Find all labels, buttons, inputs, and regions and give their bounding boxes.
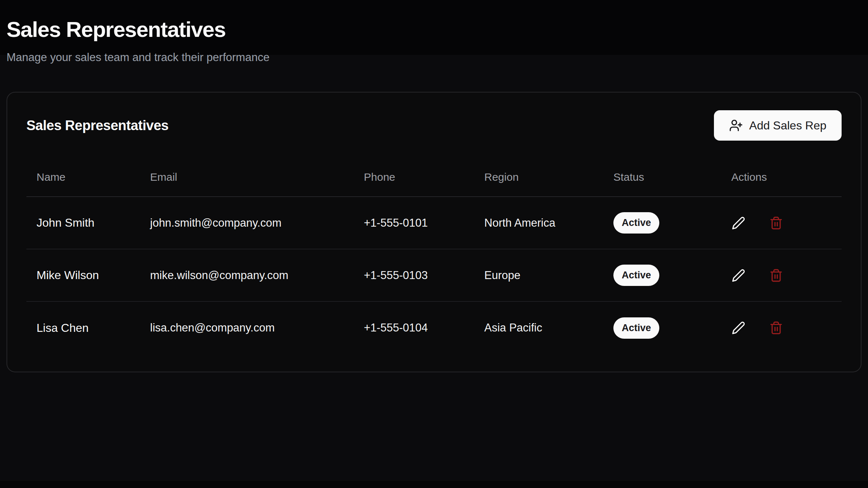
column-header-actions: Actions — [721, 161, 842, 197]
cell-name: Lisa Chen — [26, 301, 140, 354]
delete-rep-button[interactable] — [769, 268, 783, 283]
cell-region: Asia Pacific — [474, 301, 603, 354]
app-window: Sales Representatives Manage your sales … — [0, 0, 868, 488]
main-content: Sales Representatives Manage your sales … — [0, 0, 868, 372]
cell-region: North America — [474, 197, 603, 249]
sales-reps-card: Sales Representatives Add Sales Rep — [7, 92, 861, 372]
table-row: John Smith john.smith@company.com +1-555… — [26, 197, 842, 249]
delete-rep-button[interactable] — [769, 321, 783, 335]
trash-icon — [769, 321, 783, 335]
page-subtitle: Manage your sales team and track their p… — [7, 51, 861, 64]
add-sales-rep-button[interactable]: Add Sales Rep — [714, 110, 842, 141]
pencil-icon — [732, 321, 745, 335]
cell-actions — [721, 249, 842, 301]
add-sales-rep-label: Add Sales Rep — [749, 119, 826, 132]
cell-name: John Smith — [26, 197, 140, 249]
pencil-icon — [732, 216, 745, 230]
column-header-name: Name — [26, 161, 140, 197]
table-row: Lisa Chen lisa.chen@company.com +1-555-0… — [26, 301, 842, 354]
cell-phone: +1-555-0103 — [354, 249, 474, 301]
table-header: Name Email Phone Region Status Actions — [26, 161, 842, 197]
column-header-status: Status — [603, 161, 721, 197]
cell-phone: +1-555-0104 — [354, 301, 474, 354]
pencil-icon — [732, 269, 745, 282]
edit-rep-button[interactable] — [731, 321, 746, 335]
cell-email: mike.wilson@company.com — [140, 249, 354, 301]
status-badge: Active — [613, 317, 659, 339]
delete-rep-button[interactable] — [769, 216, 783, 230]
cell-name: Mike Wilson — [26, 249, 140, 301]
trash-icon — [769, 269, 783, 282]
table-row: Mike Wilson mike.wilson@company.com +1-5… — [26, 249, 842, 301]
card-header: Sales Representatives Add Sales Rep — [26, 110, 842, 141]
cell-actions — [721, 301, 842, 354]
cell-region: Europe — [474, 249, 603, 301]
sales-reps-table: Name Email Phone Region Status Actions J… — [26, 161, 842, 354]
cell-phone: +1-555-0101 — [354, 197, 474, 249]
cell-email: john.smith@company.com — [140, 197, 354, 249]
cell-status: Active — [603, 249, 721, 301]
trash-icon — [769, 216, 783, 230]
page-title: Sales Representatives — [7, 17, 861, 42]
column-header-region: Region — [474, 161, 603, 197]
column-header-phone: Phone — [354, 161, 474, 197]
cell-actions — [721, 197, 842, 249]
cell-status: Active — [603, 301, 721, 354]
cell-email: lisa.chen@company.com — [140, 301, 354, 354]
cell-status: Active — [603, 197, 721, 249]
card-title: Sales Representatives — [26, 118, 169, 133]
edit-rep-button[interactable] — [731, 268, 746, 283]
status-badge: Active — [613, 265, 659, 286]
edit-rep-button[interactable] — [731, 216, 746, 230]
table-body: John Smith john.smith@company.com +1-555… — [26, 197, 842, 354]
status-badge: Active — [613, 212, 659, 234]
column-header-email: Email — [140, 161, 354, 197]
user-plus-icon — [729, 119, 743, 132]
